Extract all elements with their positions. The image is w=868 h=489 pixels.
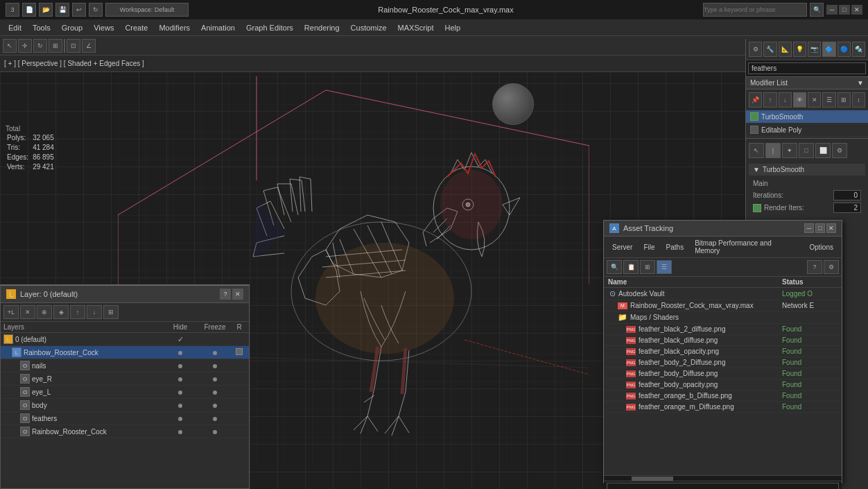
layer-hide-1[interactable] xyxy=(163,349,198,357)
modifier-item-turbosmooth[interactable]: TurboSmooth xyxy=(746,110,868,123)
mod-expand-btn[interactable]: ⊞ xyxy=(837,92,851,108)
asset-tb-btn2[interactable]: 📋 xyxy=(623,260,639,274)
asset-row[interactable]: PNG feather_black_2_diffuse.png Found xyxy=(604,324,842,335)
mod-cfg-btn[interactable]: ☰ xyxy=(822,92,835,108)
layer-freeze-5[interactable] xyxy=(198,402,232,409)
asset-close-btn[interactable]: ✕ xyxy=(826,223,836,233)
asset-tb-settings[interactable]: ⚙ xyxy=(824,260,839,274)
asset-tb-btn1[interactable]: 🔍 xyxy=(607,260,622,274)
layer-panel-question[interactable]: ? xyxy=(220,289,231,300)
rotate-tool[interactable]: ↻ xyxy=(33,39,47,53)
rp-icon2[interactable]: 🔧 xyxy=(763,42,776,57)
rp-icon8[interactable]: 🔩 xyxy=(852,42,865,57)
mod-vertex-btn[interactable]: | xyxy=(765,143,781,158)
layer-expand-btn[interactable]: ⊞ xyxy=(103,305,119,319)
layer-freeze-4[interactable] xyxy=(198,388,232,396)
asset-menu-bitmap[interactable]: Bitmap Performance and Memory xyxy=(689,238,804,256)
asset-row[interactable]: PNG feather_black_opacity.png Found xyxy=(604,346,842,357)
search-input[interactable] xyxy=(704,6,806,13)
search-input-wrapper[interactable] xyxy=(703,3,807,17)
layer-hide-0[interactable]: ✓ xyxy=(163,335,198,344)
mod-edge-btn[interactable]: ✦ xyxy=(782,143,797,158)
layer-del-btn[interactable]: ✕ xyxy=(20,305,35,319)
close-btn[interactable]: ✕ xyxy=(851,5,862,15)
mod-up-btn[interactable]: ↑ xyxy=(763,92,776,108)
mod-body-btn[interactable]: ⬜ xyxy=(815,143,831,158)
menu-item-graph-editors[interactable]: Graph Editors xyxy=(241,22,299,33)
mod-face-btn[interactable]: □ xyxy=(799,143,814,158)
redo-btn[interactable]: ↻ xyxy=(89,3,103,17)
render-iters-input[interactable] xyxy=(833,203,861,213)
rp-icon4[interactable]: 💡 xyxy=(793,42,806,57)
layer-row[interactable]: L 0 (default) ✓ xyxy=(1,333,249,346)
layer-freeze-3[interactable] xyxy=(198,375,232,383)
editablepoly-checkbox[interactable] xyxy=(750,126,758,134)
asset-tb-help[interactable]: ? xyxy=(807,260,822,274)
layer-freeze-1[interactable] xyxy=(198,349,232,357)
mod-pin-btn[interactable]: 📌 xyxy=(749,92,762,108)
layer-row[interactable]: O feathers xyxy=(1,412,249,425)
render-iters-checkbox[interactable] xyxy=(753,204,761,212)
viewport-gizmo[interactable] xyxy=(492,83,534,125)
modifier-item-editablepoly[interactable]: Editable Poly xyxy=(746,123,868,137)
menu-item-maxscript[interactable]: MAXScript xyxy=(392,22,440,33)
asset-row[interactable]: PNG feather_body_Diffuse.png Found xyxy=(604,368,842,379)
menu-item-modifiers[interactable]: Modifiers xyxy=(153,22,196,33)
iterations-input[interactable] xyxy=(833,190,861,200)
asset-row[interactable]: ⊙ Autodesk Vault Logged O xyxy=(604,288,842,300)
asset-minimize-btn[interactable]: ─ xyxy=(804,223,814,233)
modifier-search-input[interactable] xyxy=(748,62,866,74)
asset-tb-btn3[interactable]: ⊞ xyxy=(640,260,655,274)
mod-extra-btn[interactable]: ⚙ xyxy=(832,143,847,158)
layer-move-dn-btn[interactable]: ↓ xyxy=(87,305,102,319)
layer-row[interactable]: L Rainbow_Rooster_Cock xyxy=(1,346,249,359)
asset-scrollbar-thumb[interactable] xyxy=(632,477,673,481)
asset-row[interactable]: M Rainbow_Rooster_Cock_max_vray.max Netw… xyxy=(604,300,842,311)
layer-row[interactable]: O eye_R xyxy=(1,372,249,386)
layer-freeze-7[interactable] xyxy=(198,428,232,436)
menu-item-animation[interactable]: Animation xyxy=(196,22,241,33)
asset-row[interactable]: PNG feather_black_diffuse.png Found xyxy=(604,335,842,346)
layer-select-btn[interactable]: ◈ xyxy=(53,305,69,319)
scale-tool[interactable]: ⊞ xyxy=(49,39,62,53)
layer-add-btn[interactable]: ⊕ xyxy=(37,305,52,319)
layer-row[interactable]: O nails xyxy=(1,359,249,372)
turbosmooth-section-header[interactable]: ▼ TurboSmooth xyxy=(749,164,865,175)
asset-menu-server[interactable]: Server xyxy=(607,242,638,252)
new-btn[interactable]: 📄 xyxy=(22,3,36,17)
layer-hide-3[interactable] xyxy=(163,375,198,383)
asset-row[interactable]: 📁 Maps / Shaders xyxy=(604,311,842,324)
undo-btn[interactable]: ↩ xyxy=(72,3,86,17)
move-tool[interactable]: ✛ xyxy=(18,39,32,53)
rp-icon5[interactable]: 📷 xyxy=(808,42,821,57)
rp-icon7[interactable]: 🔵 xyxy=(837,42,851,57)
asset-maximize-btn[interactable]: □ xyxy=(815,223,825,233)
select-tool[interactable]: ↖ xyxy=(3,39,17,53)
layer-new-btn[interactable]: +L xyxy=(3,305,19,319)
layer-hide-4[interactable] xyxy=(163,388,198,396)
asset-row[interactable]: PNG feather_body_2_Diffuse.png Found xyxy=(604,357,842,368)
layer-row[interactable]: O eye_L xyxy=(1,386,249,399)
rp-icon1[interactable]: ⚙ xyxy=(749,42,762,57)
layer-hide-2[interactable] xyxy=(163,362,198,370)
mod-show-btn[interactable]: 👁 xyxy=(793,92,806,108)
layer-hide-6[interactable] xyxy=(163,415,198,422)
modifier-list-header[interactable]: Modifier List ▼ xyxy=(746,77,868,89)
open-btn[interactable]: 📂 xyxy=(39,3,53,17)
mod-down-btn[interactable]: ↓ xyxy=(779,92,792,108)
asset-row[interactable]: PNG feather_body_opacity.png Found xyxy=(604,379,842,391)
layer-r-1[interactable] xyxy=(232,348,246,357)
menu-item-create[interactable]: Create xyxy=(119,22,153,33)
menu-item-edit[interactable]: Edit xyxy=(3,22,27,33)
save-btn[interactable]: 💾 xyxy=(55,3,69,17)
mod-select-btn[interactable]: ↖ xyxy=(749,143,764,158)
menu-item-help[interactable]: Help xyxy=(440,22,467,33)
rp-icon3[interactable]: 📐 xyxy=(779,42,792,57)
layer-row[interactable]: O body xyxy=(1,399,249,412)
layer-freeze-6[interactable] xyxy=(198,415,232,422)
menu-item-group[interactable]: Group xyxy=(56,22,89,33)
layer-move-up-btn[interactable]: ↑ xyxy=(70,305,85,319)
layer-row[interactable]: O Rainbow_Rooster_Cock xyxy=(1,425,249,438)
asset-tb-btn4[interactable]: ☰ xyxy=(657,260,672,274)
layer-hide-5[interactable] xyxy=(163,402,198,409)
